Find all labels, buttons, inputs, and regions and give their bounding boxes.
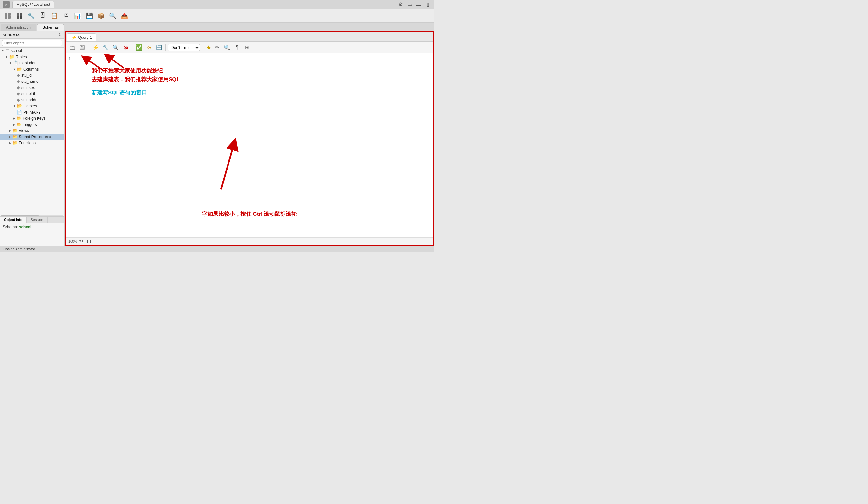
separator-2 [132, 44, 132, 51]
column-icon: ◆ [17, 73, 20, 78]
title-bar-right: ⚙ ▭ ▬ ▯ [397, 1, 431, 8]
tree-item-views[interactable]: ▶ 📂 Views [0, 127, 64, 134]
tree-item-stored-procedures[interactable]: ▶ 📂 Stored Procedures [0, 134, 64, 140]
nav-tabs: Administration Schemas [0, 23, 434, 31]
tree-label-tables: Tables [16, 55, 27, 59]
tree-item-tables[interactable]: ▼ 📁 Tables [0, 54, 64, 60]
tree-label-school: school [11, 49, 22, 53]
filter-input[interactable] [2, 40, 62, 46]
zoom-control[interactable]: 100% ⬆⬇ [68, 239, 84, 243]
svg-rect-11 [75, 46, 75, 50]
schemas-label: SCHEMAS [3, 33, 20, 37]
toolbar-btn-10[interactable]: 🔍 [107, 11, 118, 21]
bookmark-button[interactable]: ★ [206, 44, 211, 51]
autocommit-button[interactable]: 🔄 [154, 43, 163, 52]
toolbar-btn-8[interactable]: 💾 [84, 11, 94, 21]
annotation-new-window: 新建写SQL语句的窗口 [92, 89, 147, 97]
toolbar-btn-2[interactable] [14, 11, 24, 21]
table-icon: 📋 [13, 61, 18, 65]
config-button[interactable]: ⊞ [242, 43, 251, 52]
toolbar-btn-4[interactable]: 🗄 [38, 11, 48, 21]
query-tab-1[interactable]: ⚡ Query 1 [67, 33, 96, 41]
svg-rect-3 [8, 16, 11, 19]
tree-item-foreign-keys[interactable]: ▶ 📂 Foreign Keys [0, 115, 64, 121]
tab-administration[interactable]: Administration [1, 24, 36, 31]
limit-select[interactable]: Don't Limit 10 rows 100 rows 1000 rows [168, 44, 200, 51]
tree-label-functions: Functions [19, 141, 35, 145]
tree-item-tb-student[interactable]: ▼ 📋 tb_student [0, 60, 64, 66]
toolbar-btn-5[interactable]: 📋 [49, 11, 60, 21]
sidebar-filter-container [0, 39, 64, 48]
tree-item-stu-addr[interactable]: ◆ stu_addr [0, 97, 64, 103]
svg-line-19 [221, 144, 234, 189]
toolbar-btn-11[interactable]: 📥 [119, 11, 130, 21]
view-icon-2[interactable]: ▬ [415, 1, 422, 8]
stop-button[interactable]: ⊗ [121, 43, 130, 52]
cursor-position: 1:1 [86, 239, 91, 243]
tab-schemas[interactable]: Schemas [37, 24, 64, 31]
sidebar: SCHEMAS ↻ ▼ 🗃 school ▼ 📁 Tables ▼ 📋 [0, 31, 65, 245]
settings-icon[interactable]: ⚙ [397, 1, 404, 8]
zoom-stepper[interactable]: ⬆⬇ [79, 239, 84, 243]
tree-item-stu-birth[interactable]: ◆ stu_birth [0, 91, 64, 97]
tree-label-stu-addr: stu_addr [21, 98, 37, 102]
mysql-tab[interactable]: MySQL@Localhost [12, 1, 54, 8]
tree-item-school[interactable]: ▼ 🗃 school [0, 48, 64, 54]
save-button[interactable] [78, 43, 87, 52]
tree-item-indexes[interactable]: ▼ 📂 Indexes [0, 103, 64, 109]
open-button[interactable] [68, 43, 77, 52]
toolbar-btn-1[interactable] [3, 11, 13, 21]
rollback-button[interactable]: ⊘ [144, 43, 153, 52]
svg-rect-2 [5, 16, 8, 19]
triggers-icon: 📂 [16, 122, 21, 127]
svg-rect-5 [20, 13, 22, 15]
column-icon: ◆ [17, 79, 20, 84]
tree-label-foreign-keys: Foreign Keys [23, 116, 45, 120]
toolbar-btn-3[interactable]: 🔧 [26, 11, 36, 21]
tree-item-triggers[interactable]: ▶ 📂 Triggers [0, 121, 64, 127]
tree-item-columns[interactable]: ▼ 📂 Columns [0, 66, 64, 72]
schema-label: Schema: [3, 225, 18, 229]
tree-item-stu-id[interactable]: ◆ stu_id [0, 72, 64, 78]
execute-button[interactable]: ⚡ [91, 43, 100, 52]
home-button[interactable]: ⌂ [3, 1, 10, 8]
commit-button[interactable]: ✅ [134, 43, 143, 52]
toolbar-btn-9[interactable]: 📦 [96, 11, 106, 21]
tree-label-columns: Columns [23, 67, 39, 72]
column-icon: ◆ [17, 97, 20, 102]
clear-button[interactable]: ✏ [212, 43, 221, 52]
svg-rect-1 [8, 13, 11, 15]
tree-label-stu-name: stu_name [21, 79, 39, 84]
index-icon: 📄 [17, 110, 22, 115]
tree-label-stu-id: stu_id [21, 73, 32, 78]
tree-item-functions[interactable]: ▶ 📂 Functions [0, 140, 64, 146]
search-button[interactable]: 🔍 [223, 43, 231, 52]
tree-item-stu-sex[interactable]: ◆ stu_sex [0, 84, 64, 91]
format-button[interactable]: ¶ [232, 43, 241, 52]
find-button[interactable]: 🔍 [111, 43, 120, 52]
expand-icon: ▼ [1, 49, 4, 52]
tree-label-indexes: Indexes [23, 104, 37, 108]
view-icon-3[interactable]: ▯ [424, 1, 431, 8]
view-icon-1[interactable]: ▭ [406, 1, 413, 8]
svg-rect-0 [5, 13, 8, 15]
toolbar-btn-7[interactable]: 📊 [72, 11, 83, 21]
collapse-icon: ▶ [9, 129, 11, 132]
tree-item-stu-name[interactable]: ◆ stu_name [0, 78, 64, 84]
svg-rect-4 [17, 13, 19, 15]
sidebar-tree: ▼ 🗃 school ▼ 📁 Tables ▼ 📋 tb_student ▼ 📂… [0, 48, 64, 215]
tab-session[interactable]: Session [27, 217, 47, 222]
refresh-icon[interactable]: ↻ [58, 32, 62, 37]
tab-object-info[interactable]: Object Info [0, 217, 27, 222]
sidebar-bottom-panel: Object Info Session Schema: school [0, 217, 64, 245]
collapse-icon: ▶ [9, 141, 11, 145]
annotation-scroll-note: 字如果比较小，按住 Ctrl 滚动鼠标滚轮 [202, 210, 297, 218]
collapse-icon: ▶ [13, 123, 15, 126]
query-editor-content[interactable]: 1 我们不推荐大家使用功能按钮 去建库建表，我们推荐大家使用SQL 新建写SQL… [66, 53, 433, 238]
annotation-toolbar-note: 我们不推荐大家使用功能按钮 去建库建表，我们推荐大家使用SQL [92, 66, 180, 84]
toolbar-btn-6[interactable]: 🖥 [61, 11, 71, 21]
tree-label-stu-sex: stu_sex [21, 85, 35, 90]
main-toolbar: 🔧 🗄 📋 🖥 📊 💾 📦 🔍 📥 [0, 9, 434, 23]
tree-item-primary[interactable]: 📄 PRIMARY [0, 109, 64, 115]
execute-current-button[interactable]: 🔧 [101, 43, 110, 52]
